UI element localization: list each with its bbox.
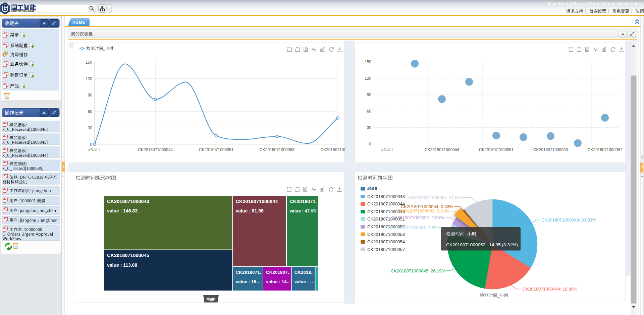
svg-text:Main: Main bbox=[206, 297, 215, 302]
svg-text:|: | bbox=[608, 9, 609, 13]
svg-text:0: 0 bbox=[90, 142, 92, 147]
svg-text:CK2018071000044: 18.89%: CK2018071000044: 18.89% bbox=[523, 287, 578, 292]
svg-text:HOME: HOME bbox=[72, 20, 85, 25]
svg-text:CK2018071000053 : 14.35 (3.31%: CK2018071000053 : 14.35 (3.31%) bbox=[446, 242, 518, 247]
svg-text:CK2018071000045: 26.19%: CK2018071000045: 26.19% bbox=[391, 268, 446, 273]
svg-text:CK2018071000057: CK2018071000057 bbox=[367, 247, 405, 252]
svg-text:value : 14…: value : 14… bbox=[266, 279, 291, 284]
svg-text:GOGETTER INTELLIGENCE: GOGETTER INTELLIGENCE bbox=[11, 10, 35, 12]
svg-text:150: 150 bbox=[86, 60, 92, 65]
svg-text:value : 15…: value : 15… bbox=[236, 279, 261, 284]
svg-text:150: 150 bbox=[365, 60, 371, 64]
svg-text:CK2018071000044: CK2018071000044 bbox=[138, 147, 173, 152]
svg-text:CK2018071000044: CK2018071000044 bbox=[425, 147, 460, 152]
svg-text:60: 60 bbox=[88, 109, 93, 114]
svg-text:CK2018071000043: CK2018071000043 bbox=[107, 199, 149, 204]
svg-text:CK2018071...: CK2018071... bbox=[289, 199, 319, 204]
svg-text:CK2018071.: CK2018071. bbox=[236, 270, 261, 275]
svg-text:CK2018071000051: 3.55%: CK2018071000051: 3.55% bbox=[388, 225, 441, 230]
svg-text:CK2018071000054: 0.33%: CK2018071000054: 0.33% bbox=[401, 204, 453, 209]
svg-text:CK2018071000053: CK2018071000053 bbox=[367, 232, 405, 237]
svg-text:CK2018071000043: 33.83%: CK2018071000043: 33.83% bbox=[541, 217, 596, 223]
svg-text:CK2018071000043: CK2018071000043 bbox=[367, 194, 405, 199]
svg-text:#NULL: #NULL bbox=[381, 147, 394, 152]
svg-text:CK2018071000051: CK2018071000051 bbox=[199, 147, 234, 152]
svg-text:120: 120 bbox=[365, 76, 371, 81]
svg-text:SuperUser@GardenWorld.*/Garden: SuperUser@GardenWorld.*/GardenWorld Admi… bbox=[547, 1, 643, 6]
svg-text:CK2018071000052: 2.85%: CK2018071000052: 2.85% bbox=[391, 215, 444, 220]
svg-text:CK2018071000053: CK2018071000053 bbox=[260, 147, 294, 152]
svg-text:CK2018071000045: CK2018071000045 bbox=[107, 253, 149, 258]
svg-text:value : 47.95: value : 47.95 bbox=[289, 208, 316, 213]
svg-text:60: 60 bbox=[367, 109, 372, 114]
svg-text:CK2018071000053: CK2018071000053 bbox=[533, 147, 568, 152]
svg-text:|: | bbox=[631, 9, 632, 13]
svg-text:CK2018071000044: CK2018071000044 bbox=[367, 201, 405, 206]
svg-text:CK2018071000044: CK2018071000044 bbox=[236, 199, 278, 204]
svg-text:#NULL: #NULL bbox=[88, 147, 101, 152]
svg-text:120: 120 bbox=[86, 76, 92, 81]
svg-text:value : 146.83: value : 146.83 bbox=[107, 208, 138, 213]
svg-text:CK2018…: CK2018… bbox=[294, 270, 316, 275]
svg-text:CK2018071000057: 11.05%: CK2018071000057: 11.05% bbox=[409, 195, 464, 200]
svg-text:#NULL: #NULL bbox=[367, 186, 381, 191]
svg-text:30: 30 bbox=[88, 126, 93, 130]
svg-text:90: 90 bbox=[88, 93, 93, 98]
svg-text:0: 0 bbox=[369, 142, 371, 146]
svg-text:value : 113.68: value : 113.68 bbox=[107, 262, 138, 268]
svg-text:CK2018071000053: 3.31%: CK2018071000053: 3.31% bbox=[397, 208, 449, 213]
svg-text:|: | bbox=[585, 9, 586, 13]
svg-text:30: 30 bbox=[367, 125, 372, 130]
svg-text:value : 81.96: value : 81.96 bbox=[236, 208, 264, 213]
svg-text:CK201807…: CK201807… bbox=[266, 270, 292, 275]
svg-text:value : …: value : … bbox=[294, 279, 315, 284]
svg-text:90: 90 bbox=[367, 92, 372, 97]
svg-text:CK2018071000057: CK2018071000057 bbox=[588, 147, 623, 152]
svg-text:CK2018071000054: CK2018071000054 bbox=[367, 239, 405, 244]
svg-text:CK2018071000051: CK2018071000051 bbox=[479, 147, 514, 152]
